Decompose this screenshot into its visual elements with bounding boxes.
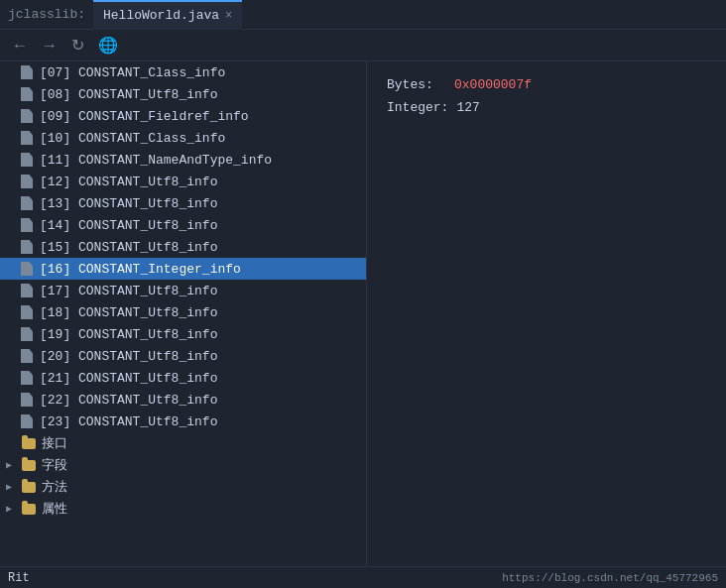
tree-item-label: [12] CONSTANT_Utf8_info (40, 175, 217, 189)
integer-label: Integer: (387, 100, 448, 115)
tree-item-item-17[interactable]: [17] CONSTANT_Utf8_info (0, 280, 366, 301)
tree-item-item-field[interactable]: ▶字段 (0, 454, 366, 476)
tree-item-label: [18] CONSTANT_Utf8_info (40, 305, 217, 320)
tree-item-item-19[interactable]: [19] CONSTANT_Utf8_info (0, 323, 366, 345)
refresh-icon: ↻ (71, 36, 84, 55)
tree-item-label: [20] CONSTANT_Utf8_info (40, 349, 217, 364)
tree-item-label: [15] CONSTANT_Utf8_info (40, 240, 217, 255)
file-icon (20, 131, 34, 145)
tree-item-item-08[interactable]: [08] CONSTANT_Utf8_info (0, 83, 366, 105)
tree-item-item-15[interactable]: [15] CONSTANT_Utf8_info (0, 236, 366, 258)
main-content: [07] CONSTANT_Class_info[08] CONSTANT_Ut… (0, 61, 726, 566)
file-icon (20, 414, 34, 428)
tree-item-label: [23] CONSTANT_Utf8_info (40, 414, 217, 429)
tree-item-item-interface[interactable]: 接口 (0, 432, 366, 454)
bottom-left-text: Rit (8, 571, 30, 585)
file-icon (20, 153, 34, 167)
folder-icon (22, 436, 36, 450)
file-icon (20, 393, 34, 407)
active-tab[interactable]: HelloWorld.java × (93, 0, 242, 30)
bytes-value: 0x0000007f (454, 77, 532, 92)
forward-icon: → (42, 37, 58, 55)
tree-item-item-23[interactable]: [23] CONSTANT_Utf8_info (0, 411, 366, 432)
tree-item-label: [10] CONSTANT_Class_info (40, 131, 225, 146)
tab-filename: HelloWorld.java (103, 8, 219, 23)
file-icon (20, 87, 34, 101)
tree-item-label: [07] CONSTANT_Class_info (40, 65, 225, 80)
app-name: jclasslib: (0, 7, 93, 22)
tree-item-item-14[interactable]: [14] CONSTANT_Utf8_info (0, 214, 366, 236)
tree-item-item-16[interactable]: [16] CONSTANT_Integer_info (0, 258, 366, 280)
tree-item-label: 属性 (42, 500, 67, 518)
refresh-button[interactable]: ↻ (67, 34, 88, 57)
expand-arrow-icon: ▶ (6, 481, 20, 493)
bytes-row: Bytes: 0x0000007f (387, 77, 706, 92)
file-icon (20, 262, 34, 276)
globe-button[interactable]: 🌐 (94, 34, 122, 57)
file-icon (20, 218, 34, 232)
tree-item-item-07[interactable]: [07] CONSTANT_Class_info (0, 61, 366, 83)
tree-panel[interactable]: [07] CONSTANT_Class_info[08] CONSTANT_Ut… (0, 61, 367, 566)
tree-item-label: 接口 (42, 434, 67, 452)
tree-item-item-11[interactable]: [11] CONSTANT_NameAndType_info (0, 149, 366, 171)
file-icon (20, 109, 34, 123)
folder-icon (22, 458, 36, 472)
tree-item-item-22[interactable]: [22] CONSTANT_Utf8_info (0, 389, 366, 411)
file-icon (20, 305, 34, 319)
detail-panel: Bytes: 0x0000007f Integer: 127 (367, 61, 726, 566)
bottom-bar: Rit https://blog.csdn.net/qq_45772965 (0, 566, 726, 588)
bottom-right-link: https://blog.csdn.net/qq_45772965 (502, 572, 718, 584)
folder-icon (22, 480, 36, 494)
tree-item-label: 方法 (42, 478, 67, 496)
tree-item-item-10[interactable]: [10] CONSTANT_Class_info (0, 127, 366, 149)
tree-item-item-method[interactable]: ▶方法 (0, 476, 366, 498)
tree-item-item-21[interactable]: [21] CONSTANT_Utf8_info (0, 367, 366, 389)
tree-item-label: [22] CONSTANT_Utf8_info (40, 393, 217, 408)
file-icon (20, 327, 34, 341)
expand-arrow-icon: ▶ (6, 459, 20, 471)
tree-item-label: [16] CONSTANT_Integer_info (40, 262, 241, 277)
tree-item-item-attribute[interactable]: ▶属性 (0, 498, 366, 520)
file-icon (20, 175, 34, 188)
forward-button[interactable]: → (38, 35, 61, 57)
tree-item-label: [11] CONSTANT_NameAndType_info (40, 153, 272, 168)
file-icon (20, 196, 34, 210)
file-icon (20, 240, 34, 254)
back-button[interactable]: ← (8, 35, 32, 57)
tree-item-label: [14] CONSTANT_Utf8_info (40, 218, 217, 233)
tree-item-item-09[interactable]: [09] CONSTANT_Fieldref_info (0, 105, 366, 127)
tree-item-label: [08] CONSTANT_Utf8_info (40, 87, 217, 102)
tree-item-item-12[interactable]: [12] CONSTANT_Utf8_info (0, 171, 366, 192)
title-bar: jclasslib: HelloWorld.java × (0, 0, 726, 30)
tree-item-label: [17] CONSTANT_Utf8_info (40, 284, 217, 298)
tree-item-item-20[interactable]: [20] CONSTANT_Utf8_info (0, 345, 366, 367)
integer-value: 127 (456, 100, 479, 115)
tree-item-label: [21] CONSTANT_Utf8_info (40, 371, 217, 386)
bytes-label: Bytes: (387, 77, 446, 92)
back-icon: ← (12, 37, 28, 55)
integer-row: Integer: 127 (387, 100, 706, 115)
tree-item-label: [09] CONSTANT_Fieldref_info (40, 109, 249, 124)
file-icon (20, 371, 34, 385)
file-icon (20, 284, 34, 297)
tree-item-label: 字段 (42, 456, 67, 474)
globe-icon: 🌐 (98, 36, 118, 55)
tree-item-item-13[interactable]: [13] CONSTANT_Utf8_info (0, 192, 366, 214)
tree-item-label: [13] CONSTANT_Utf8_info (40, 196, 217, 211)
tree-item-item-18[interactable]: [18] CONSTANT_Utf8_info (0, 301, 366, 323)
file-icon (20, 65, 34, 79)
toolbar: ← → ↻ 🌐 (0, 30, 726, 61)
folder-icon (22, 502, 36, 516)
file-icon (20, 349, 34, 363)
tree-item-label: [19] CONSTANT_Utf8_info (40, 327, 217, 342)
tab-close-button[interactable]: × (225, 9, 232, 23)
expand-arrow-icon: ▶ (6, 503, 20, 515)
